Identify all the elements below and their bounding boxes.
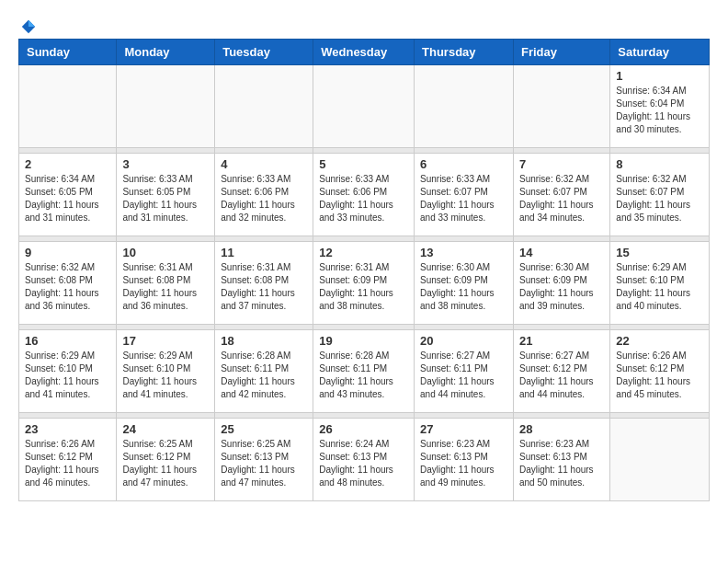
day-info: Sunrise: 6:30 AM Sunset: 6:09 PM Dayligh… xyxy=(519,261,604,313)
day-info: Sunrise: 6:34 AM Sunset: 6:05 PM Dayligh… xyxy=(25,173,110,224)
calendar-day-cell: 19Sunrise: 6:28 AM Sunset: 6:11 PM Dayli… xyxy=(313,330,415,413)
day-number: 21 xyxy=(519,334,604,348)
calendar-day-cell: 11Sunrise: 6:31 AM Sunset: 6:08 PM Dayli… xyxy=(215,242,313,325)
day-number: 2 xyxy=(25,157,110,171)
calendar-day-cell: 22Sunrise: 6:26 AM Sunset: 6:12 PM Dayli… xyxy=(610,330,710,413)
day-number: 19 xyxy=(319,334,408,348)
day-info: Sunrise: 6:24 AM Sunset: 6:13 PM Dayligh… xyxy=(319,438,408,489)
day-info: Sunrise: 6:33 AM Sunset: 6:06 PM Dayligh… xyxy=(319,173,408,224)
calendar-day-cell: 16Sunrise: 6:29 AM Sunset: 6:10 PM Dayli… xyxy=(19,330,117,413)
calendar-day-cell: 4Sunrise: 6:33 AM Sunset: 6:06 PM Daylig… xyxy=(215,154,313,236)
day-info: Sunrise: 6:23 AM Sunset: 6:13 PM Dayligh… xyxy=(420,438,507,489)
day-number: 24 xyxy=(122,422,209,436)
day-number: 10 xyxy=(122,246,209,259)
day-number: 27 xyxy=(420,422,507,436)
day-info: Sunrise: 6:28 AM Sunset: 6:11 PM Dayligh… xyxy=(221,350,307,401)
day-info: Sunrise: 6:29 AM Sunset: 6:10 PM Dayligh… xyxy=(122,350,209,401)
day-info: Sunrise: 6:29 AM Sunset: 6:10 PM Dayligh… xyxy=(616,261,703,313)
day-number: 22 xyxy=(616,334,703,348)
day-number: 14 xyxy=(519,246,604,259)
day-info: Sunrise: 6:25 AM Sunset: 6:12 PM Dayligh… xyxy=(122,438,209,489)
day-number: 3 xyxy=(122,157,209,171)
day-number: 13 xyxy=(420,246,507,259)
day-number: 20 xyxy=(420,334,507,348)
calendar-day-cell xyxy=(215,65,313,148)
calendar-day-cell: 5Sunrise: 6:33 AM Sunset: 6:06 PM Daylig… xyxy=(313,154,415,236)
calendar-week-row: 23Sunrise: 6:26 AM Sunset: 6:12 PM Dayli… xyxy=(19,419,710,501)
day-info: Sunrise: 6:28 AM Sunset: 6:11 PM Dayligh… xyxy=(319,350,408,401)
calendar-day-cell xyxy=(513,65,609,148)
calendar-day-cell: 7Sunrise: 6:32 AM Sunset: 6:07 PM Daylig… xyxy=(513,154,609,236)
day-info: Sunrise: 6:33 AM Sunset: 6:05 PM Dayligh… xyxy=(122,173,209,224)
day-number: 18 xyxy=(221,334,307,348)
calendar-header-monday: Monday xyxy=(117,40,215,65)
calendar-day-cell: 23Sunrise: 6:26 AM Sunset: 6:12 PM Dayli… xyxy=(19,419,117,501)
calendar-day-cell: 24Sunrise: 6:25 AM Sunset: 6:12 PM Dayli… xyxy=(117,419,215,501)
day-info: Sunrise: 6:23 AM Sunset: 6:13 PM Dayligh… xyxy=(519,438,604,489)
calendar-day-cell: 13Sunrise: 6:30 AM Sunset: 6:09 PM Dayli… xyxy=(415,242,514,325)
day-info: Sunrise: 6:34 AM Sunset: 6:04 PM Dayligh… xyxy=(616,85,703,136)
day-info: Sunrise: 6:25 AM Sunset: 6:13 PM Dayligh… xyxy=(221,438,307,489)
day-number: 15 xyxy=(616,246,703,259)
day-info: Sunrise: 6:31 AM Sunset: 6:08 PM Dayligh… xyxy=(221,261,307,313)
calendar-day-cell: 8Sunrise: 6:32 AM Sunset: 6:07 PM Daylig… xyxy=(610,154,710,236)
calendar-day-cell: 14Sunrise: 6:30 AM Sunset: 6:09 PM Dayli… xyxy=(513,242,609,325)
day-info: Sunrise: 6:27 AM Sunset: 6:12 PM Dayligh… xyxy=(519,350,604,401)
day-info: Sunrise: 6:26 AM Sunset: 6:12 PM Dayligh… xyxy=(25,438,110,489)
calendar-day-cell: 20Sunrise: 6:27 AM Sunset: 6:11 PM Dayli… xyxy=(415,330,514,413)
day-number: 11 xyxy=(221,246,307,259)
day-number: 4 xyxy=(221,157,307,171)
day-number: 9 xyxy=(25,246,110,259)
day-number: 16 xyxy=(25,334,110,348)
day-number: 6 xyxy=(420,157,507,171)
day-info: Sunrise: 6:33 AM Sunset: 6:07 PM Dayligh… xyxy=(420,173,507,224)
calendar-day-cell xyxy=(610,419,710,501)
day-info: Sunrise: 6:32 AM Sunset: 6:07 PM Dayligh… xyxy=(616,173,703,224)
day-info: Sunrise: 6:32 AM Sunset: 6:08 PM Dayligh… xyxy=(25,261,110,313)
day-number: 23 xyxy=(25,422,110,436)
calendar-day-cell: 3Sunrise: 6:33 AM Sunset: 6:05 PM Daylig… xyxy=(117,154,215,236)
calendar-day-cell: 12Sunrise: 6:31 AM Sunset: 6:09 PM Dayli… xyxy=(313,242,415,325)
day-info: Sunrise: 6:31 AM Sunset: 6:08 PM Dayligh… xyxy=(122,261,209,313)
calendar-day-cell: 25Sunrise: 6:25 AM Sunset: 6:13 PM Dayli… xyxy=(215,419,313,501)
day-number: 1 xyxy=(616,69,703,83)
day-number: 5 xyxy=(319,157,408,171)
day-info: Sunrise: 6:33 AM Sunset: 6:06 PM Dayligh… xyxy=(221,173,307,224)
day-number: 12 xyxy=(319,246,408,259)
logo xyxy=(18,18,37,29)
day-info: Sunrise: 6:27 AM Sunset: 6:11 PM Dayligh… xyxy=(420,350,507,401)
calendar-day-cell: 26Sunrise: 6:24 AM Sunset: 6:13 PM Dayli… xyxy=(313,419,415,501)
calendar-day-cell: 15Sunrise: 6:29 AM Sunset: 6:10 PM Dayli… xyxy=(610,242,710,325)
calendar-day-cell: 21Sunrise: 6:27 AM Sunset: 6:12 PM Dayli… xyxy=(513,330,609,413)
calendar-day-cell: 18Sunrise: 6:28 AM Sunset: 6:11 PM Dayli… xyxy=(215,330,313,413)
calendar-day-cell: 27Sunrise: 6:23 AM Sunset: 6:13 PM Dayli… xyxy=(415,419,514,501)
day-number: 7 xyxy=(519,157,604,171)
calendar-header-tuesday: Tuesday xyxy=(215,40,313,65)
day-number: 8 xyxy=(616,157,703,171)
day-number: 25 xyxy=(221,422,307,436)
calendar-header-saturday: Saturday xyxy=(610,40,710,65)
page-header xyxy=(18,18,710,29)
calendar-day-cell: 17Sunrise: 6:29 AM Sunset: 6:10 PM Dayli… xyxy=(117,330,215,413)
calendar-day-cell: 28Sunrise: 6:23 AM Sunset: 6:13 PM Dayli… xyxy=(513,419,609,501)
calendar-week-row: 16Sunrise: 6:29 AM Sunset: 6:10 PM Dayli… xyxy=(19,330,710,413)
calendar-header-row: SundayMondayTuesdayWednesdayThursdayFrid… xyxy=(19,40,710,65)
day-info: Sunrise: 6:31 AM Sunset: 6:09 PM Dayligh… xyxy=(319,261,408,313)
day-number: 28 xyxy=(519,422,604,436)
calendar-day-cell: 10Sunrise: 6:31 AM Sunset: 6:08 PM Dayli… xyxy=(117,242,215,325)
calendar-header-wednesday: Wednesday xyxy=(313,40,415,65)
day-info: Sunrise: 6:26 AM Sunset: 6:12 PM Dayligh… xyxy=(616,350,703,401)
calendar-header-thursday: Thursday xyxy=(415,40,514,65)
calendar-day-cell: 1Sunrise: 6:34 AM Sunset: 6:04 PM Daylig… xyxy=(610,65,710,148)
calendar-day-cell xyxy=(415,65,514,148)
calendar-day-cell xyxy=(313,65,415,148)
day-number: 17 xyxy=(122,334,209,348)
calendar-header-friday: Friday xyxy=(513,40,609,65)
day-info: Sunrise: 6:29 AM Sunset: 6:10 PM Dayligh… xyxy=(25,350,110,401)
calendar-day-cell: 9Sunrise: 6:32 AM Sunset: 6:08 PM Daylig… xyxy=(19,242,117,325)
calendar-week-row: 9Sunrise: 6:32 AM Sunset: 6:08 PM Daylig… xyxy=(19,242,710,325)
calendar-day-cell: 6Sunrise: 6:33 AM Sunset: 6:07 PM Daylig… xyxy=(415,154,514,236)
day-number: 26 xyxy=(319,422,408,436)
calendar-week-row: 1Sunrise: 6:34 AM Sunset: 6:04 PM Daylig… xyxy=(19,65,710,148)
calendar-day-cell: 2Sunrise: 6:34 AM Sunset: 6:05 PM Daylig… xyxy=(19,154,117,236)
